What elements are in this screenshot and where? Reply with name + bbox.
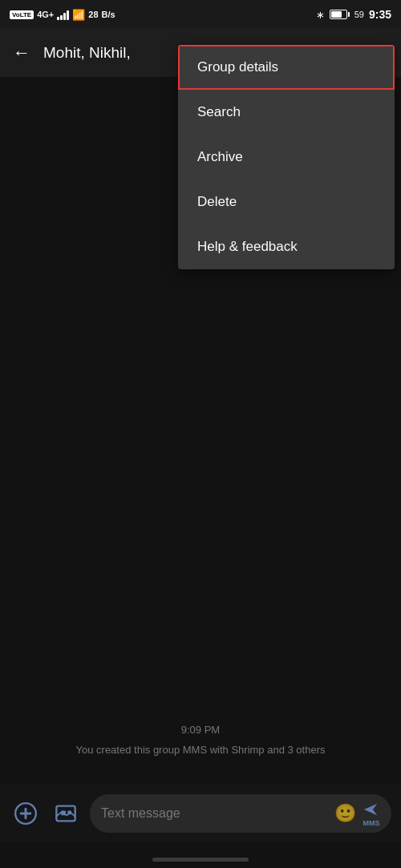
battery-tip <box>348 12 350 17</box>
wifi-icon: 📶 <box>72 9 85 21</box>
dropdown-menu: Group details Search Archive Delete Help… <box>178 45 395 269</box>
battery-body <box>330 10 347 19</box>
data-unit: B/s <box>102 10 115 19</box>
signal-bar-2 <box>60 15 63 20</box>
time-display: 9:35 <box>369 8 391 21</box>
status-bar-right: ∗ 59 9:35 <box>316 8 391 21</box>
back-button[interactable]: ← <box>13 42 30 63</box>
signal-bar-3 <box>63 13 66 20</box>
menu-item-archive[interactable]: Archive <box>178 135 395 180</box>
menu-item-help-feedback[interactable]: Help & feedback <box>178 224 395 269</box>
data-speed: 28 <box>88 10 98 19</box>
battery-percent: 59 <box>354 10 364 19</box>
status-bar: VoLTE 4G+ 📶 28 B/s ∗ 59 9:35 <box>0 0 401 29</box>
battery-fill <box>331 11 342 18</box>
status-bar-left: VoLTE 4G+ 📶 28 B/s <box>10 9 115 21</box>
menu-item-group-details[interactable]: Group details <box>178 45 395 90</box>
signal-type: 4G+ <box>37 10 54 19</box>
volte-badge: VoLTE <box>10 10 34 19</box>
menu-item-search[interactable]: Search <box>178 90 395 135</box>
signal-bar-4 <box>67 10 69 20</box>
bluetooth-icon: ∗ <box>316 9 325 21</box>
menu-item-delete[interactable]: Delete <box>178 180 395 224</box>
signal-bars <box>57 9 69 20</box>
battery-icon <box>330 10 350 19</box>
signal-bar-1 <box>57 17 59 20</box>
